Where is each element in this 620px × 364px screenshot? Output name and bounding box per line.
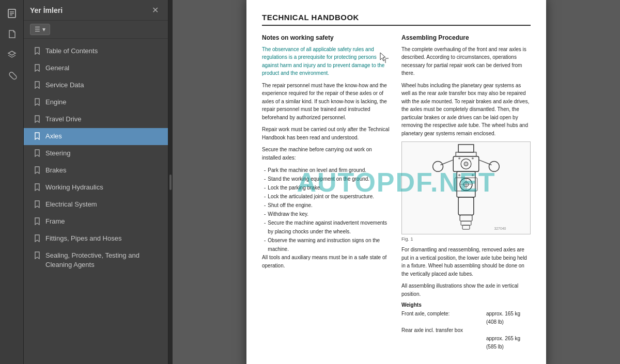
- right-para4: All assembling illustrations show the ax…: [401, 282, 531, 298]
- sidebar-item-electrical-system[interactable]: Electrical System: [24, 196, 168, 213]
- svg-rect-16: [458, 197, 474, 215]
- bookmark-icon: [34, 251, 40, 261]
- bullet-item: -Stand the working equipment on the grou…: [264, 175, 391, 183]
- sidebar-item-working-hydraulics[interactable]: Working Hydraulics: [24, 179, 168, 196]
- sidebar-item-service-data[interactable]: Service Data: [24, 77, 168, 94]
- bullet-item: -Shut off the engine.: [264, 201, 391, 210]
- sidebar-item-label: Brakes: [45, 166, 66, 175]
- bullet-text: Park the machine on level and firm groun…: [268, 166, 366, 175]
- sidebar-item-frame[interactable]: Frame: [24, 213, 168, 230]
- weight-rear-spacer: [401, 335, 484, 351]
- sidebar-items-list: Table of ContentsGeneralService DataEngi…: [24, 39, 168, 364]
- bullet-text: Withdraw the key.: [268, 210, 308, 218]
- bookmark-icon: [34, 47, 40, 56]
- page-title: TECHNICAL HANDBOOK: [262, 13, 531, 26]
- two-column-layout: Notes on working safety The observance o…: [262, 34, 531, 352]
- bullet-text: Secure the machine against inadvertent m…: [268, 218, 391, 236]
- svg-point-27: [472, 175, 474, 177]
- sidebar-close-button[interactable]: ✕: [149, 4, 162, 16]
- bullet-list: -Park the machine on level and firm grou…: [264, 166, 391, 254]
- svg-rect-6: [456, 152, 476, 156]
- right-section-title: Assembling Procedure: [401, 34, 531, 41]
- bullet-text: Shut off the engine.: [268, 201, 313, 210]
- sidebar-item-steering[interactable]: Steering: [24, 145, 168, 162]
- right-para1: The complete overhauling of the front an…: [401, 45, 531, 77]
- axle-illustration: 327040: [401, 141, 531, 234]
- sidebar-item-sealing[interactable]: Sealing, Protective, Testing and Cleanin…: [24, 247, 168, 273]
- bookmark-icon: [34, 64, 40, 73]
- right-para3: For dismantling and reassembling, remove…: [401, 246, 531, 278]
- left-para3: Repair work must be carried out only aft…: [262, 125, 391, 141]
- sidebar-item-brakes[interactable]: Brakes: [24, 162, 168, 179]
- sidebar-splitter[interactable]: [168, 0, 173, 364]
- bullet-dash: -: [264, 192, 266, 201]
- sidebar-item-axles[interactable]: Axles: [24, 128, 168, 145]
- weight-row-front: Front axle, complete: approx. 165 kg (40…: [401, 310, 531, 326]
- svg-rect-17: [460, 215, 472, 221]
- svg-text:327040: 327040: [494, 227, 506, 230]
- bookmark-icon: [34, 200, 40, 210]
- sidebar-item-label: Working Hydraulics: [45, 183, 103, 192]
- sidebar-item-engine[interactable]: Engine: [24, 94, 168, 111]
- svg-point-22: [433, 162, 443, 172]
- sidebar-item-label: Table of Contents: [45, 46, 98, 56]
- right-column: Assembling Procedure The complete overha…: [401, 34, 531, 352]
- bookmark-icon: [34, 166, 40, 176]
- sidebar-item-label: Electrical System: [45, 200, 97, 209]
- bullet-dash: -: [264, 218, 266, 236]
- bookmark-icon: [34, 115, 40, 124]
- sidebar-item-label: Sealing, Protective, Testing and Cleanin…: [45, 251, 162, 270]
- splitter-handle: [169, 175, 172, 190]
- bookmark-icon: [34, 149, 40, 159]
- sidebar-view-button[interactable]: ☰ ▾: [30, 24, 50, 35]
- svg-point-24: [458, 157, 460, 160]
- sidebar-item-travel-drive[interactable]: Travel Drive: [24, 111, 168, 128]
- bookmark-panel-icon[interactable]: [3, 4, 21, 23]
- bullet-text: Stand the working equipment on the groun…: [268, 175, 369, 183]
- bullet-item: -Secure the machine against inadvertent …: [264, 218, 391, 236]
- bullet-text: Lock the parking brake.: [268, 183, 321, 192]
- sidebar-item-label: General: [45, 64, 69, 73]
- sidebar-header: Yer İmleri ✕: [24, 0, 168, 21]
- weight-rear-value: approx. 265 kg (585 lb): [486, 335, 531, 351]
- bookmark-icon: [34, 98, 40, 107]
- bookmark-icon: [34, 217, 40, 227]
- sidebar-item-label: Travel Drive: [45, 115, 82, 124]
- sidebar-item-label: Frame: [45, 217, 65, 226]
- left-column: Notes on working safety The observance o…: [262, 34, 391, 352]
- sidebar-item-fittings[interactable]: Fittings, Pipes and Hoses: [24, 230, 168, 247]
- bullet-dash: -: [264, 210, 266, 218]
- bullet-item: -Lock the articulated joint or the super…: [264, 192, 391, 201]
- right-para2: Wheel hubs including the planetary gear …: [401, 82, 531, 138]
- sidebar-item-toc[interactable]: Table of Contents: [24, 43, 168, 60]
- left-para5: All tools and auxiliary means must be in…: [262, 254, 391, 270]
- weight-rear-label: Rear axle incl. transfer box: [401, 326, 484, 335]
- svg-point-25: [472, 157, 474, 160]
- layers-panel-icon[interactable]: [3, 45, 21, 64]
- bullet-dash: -: [264, 175, 266, 183]
- left-para2: The repair personnel must have the know-…: [262, 82, 391, 122]
- svg-rect-5: [458, 145, 474, 152]
- left-section-title: Notes on working safety: [262, 34, 391, 41]
- bullet-dash: -: [264, 183, 266, 192]
- left-para4: Secure the machine before carrying out w…: [262, 146, 391, 162]
- sidebar-item-label: Engine: [45, 98, 66, 107]
- sidebar-item-general[interactable]: General: [24, 60, 168, 77]
- list-view-icon: ☰: [35, 26, 40, 33]
- sidebar-item-label: Steering: [45, 149, 70, 158]
- bookmark-icon: [34, 132, 40, 141]
- pages-panel-icon[interactable]: [3, 25, 21, 43]
- weights-title: Weights: [401, 302, 531, 308]
- sidebar-title: Yer İmleri: [30, 6, 63, 14]
- svg-rect-18: [461, 221, 471, 226]
- dropdown-icon: ▾: [42, 26, 45, 33]
- bookmark-icon: [34, 183, 40, 193]
- svg-point-23: [489, 162, 500, 172]
- bullet-item: -Park the machine on level and firm grou…: [264, 166, 391, 175]
- bullet-dash: -: [264, 166, 266, 175]
- attachments-panel-icon[interactable]: [3, 66, 21, 85]
- bullet-text: Lock the articulated joint or the supers…: [268, 192, 374, 201]
- bullet-item: -Withdraw the key.: [264, 210, 391, 218]
- sidebar-panel: Yer İmleri ✕ ☰ ▾ Table of ContentsGenera…: [24, 0, 168, 364]
- weights-table: Front axle, complete: approx. 165 kg (40…: [401, 310, 531, 351]
